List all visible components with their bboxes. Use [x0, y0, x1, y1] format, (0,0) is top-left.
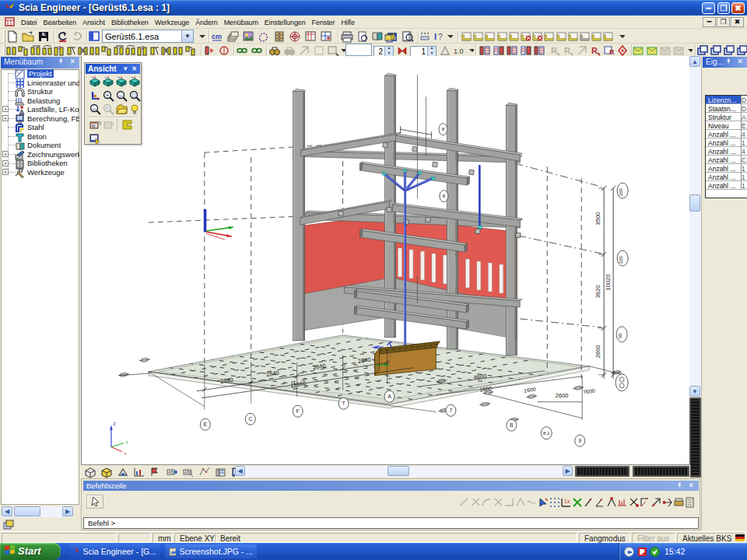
- svg-text:R: R: [564, 46, 570, 55]
- svg-text:1.0: 1.0: [454, 47, 464, 55]
- svg-text:100: 100: [619, 256, 623, 264]
- svg-text:1600: 1600: [524, 387, 536, 394]
- svg-text:?: ?: [438, 33, 443, 41]
- svg-text:–: –: [119, 93, 122, 98]
- svg-text:M: M: [92, 124, 95, 128]
- svg-text:C: C: [248, 416, 252, 422]
- svg-text:9: 9: [578, 438, 581, 443]
- svg-text:200: 200: [619, 188, 623, 197]
- svg-text:7: 7: [449, 408, 452, 413]
- svg-text:60: 60: [618, 333, 622, 338]
- svg-text:+: +: [106, 93, 109, 98]
- svg-text:R: R: [609, 48, 615, 56]
- svg-text:2600: 2600: [594, 345, 601, 359]
- svg-text:x: x: [124, 451, 126, 456]
- svg-text:A: A: [388, 394, 391, 399]
- svg-text:7600: 7600: [583, 388, 595, 395]
- svg-text:B: B: [510, 422, 514, 428]
- svg-text:F: F: [296, 408, 300, 414]
- svg-text:8,1: 8,1: [543, 431, 550, 436]
- svg-text:R: R: [551, 46, 557, 55]
- svg-text:E: E: [203, 422, 207, 427]
- svg-text:R: R: [105, 106, 109, 111]
- svg-text:T: T: [342, 401, 345, 406]
- svg-text:z: z: [113, 421, 116, 426]
- svg-text:R: R: [591, 46, 598, 55]
- svg-text:3920: 3920: [594, 285, 601, 299]
- svg-text:3500: 3500: [594, 212, 601, 226]
- svg-text:1x: 1x: [564, 499, 570, 504]
- svg-text:ABC: ABC: [184, 470, 193, 474]
- svg-text:cm: cm: [212, 33, 222, 40]
- svg-text:y: y: [125, 439, 128, 444]
- svg-text:2600: 2600: [556, 392, 569, 399]
- svg-text:I: I: [434, 32, 437, 41]
- svg-text:10020: 10020: [605, 275, 612, 291]
- svg-text:↔: ↔: [92, 106, 97, 111]
